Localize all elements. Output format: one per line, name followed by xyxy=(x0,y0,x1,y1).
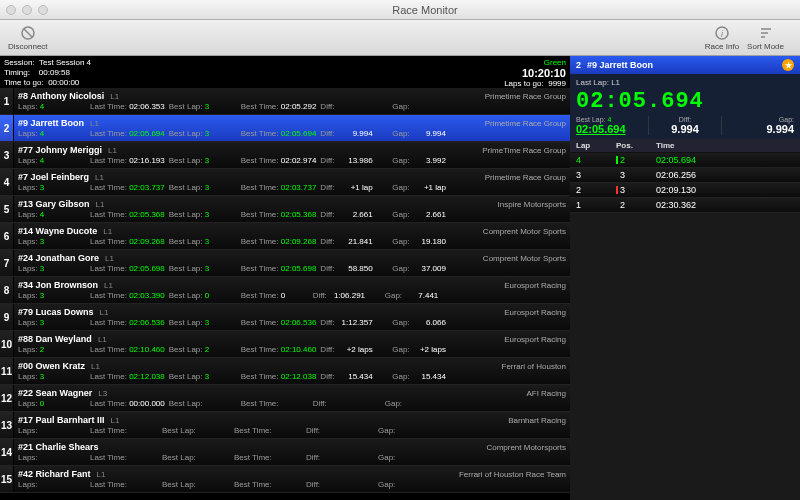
position-cell: 1 xyxy=(0,88,14,114)
standings-row[interactable]: 3#77 Johnny MeriggiL1PrimeTime Race Grou… xyxy=(0,142,570,169)
sort-mode-button[interactable]: Sort Mode xyxy=(747,25,784,51)
lap-table: 4202:05.6943302:06.2562302:09.1301202:30… xyxy=(570,153,800,213)
position-change-icon xyxy=(616,171,618,179)
position-change-icon xyxy=(616,186,618,194)
position-cell: 14 xyxy=(0,439,14,465)
team-name: Eurosport Racing xyxy=(107,335,566,344)
detail-header[interactable]: 2 #9 Jarrett Boon ★ xyxy=(570,56,800,74)
lap-row[interactable]: 2302:09.130 xyxy=(570,183,800,198)
position-cell: 5 xyxy=(0,196,14,222)
standings-row[interactable]: 13#17 Paul Barnhart IIIL1Barnhart Racing… xyxy=(0,412,570,439)
standings-row[interactable]: 4#7 Joel FeinbergL1Primetime Race GroupL… xyxy=(0,169,570,196)
position-cell: 4 xyxy=(0,169,14,195)
standings-row[interactable]: 7#24 Jonathan GoreL1Comprent Motor Sport… xyxy=(0,250,570,277)
lap-row[interactable]: 1202:30.362 xyxy=(570,198,800,213)
driver-name: #00 Owen Kratz xyxy=(18,361,85,371)
standings-list: 1#8 Anthony NicolosiL1Primetime Race Gro… xyxy=(0,88,570,500)
detail-big-time: 02:05.694 xyxy=(576,89,794,114)
team-name: AFI Racing xyxy=(107,389,566,398)
driver-name: #24 Jonathan Gore xyxy=(18,253,99,263)
standings-row[interactable]: 8#34 Jon BrownsonL1Eurosport RacingLaps:… xyxy=(0,277,570,304)
lap-row[interactable]: 3302:06.256 xyxy=(570,168,800,183)
team-name: Inspire Motorsports xyxy=(104,200,566,209)
driver-name: #88 Dan Weyland xyxy=(18,334,92,344)
detail-spacer xyxy=(570,213,800,500)
standings-row[interactable]: 6#14 Wayne DucoteL1Comprent Motor Sports… xyxy=(0,223,570,250)
position-cell: 6 xyxy=(0,223,14,249)
detail-driver: #9 Jarrett Boon xyxy=(587,60,653,70)
zoom-icon[interactable] xyxy=(38,5,48,15)
driver-name: #42 Richard Fant xyxy=(18,469,91,479)
close-icon[interactable] xyxy=(6,5,16,15)
team-name: Comprent Motorsports xyxy=(105,443,566,452)
sort-icon xyxy=(758,25,774,41)
position-cell: 2 xyxy=(0,115,14,141)
ttg-label: Time to go: xyxy=(4,78,44,87)
team-name: Primetime Race Group xyxy=(119,92,566,101)
position-change-icon xyxy=(616,156,618,164)
driver-name: #17 Paul Barnhart III xyxy=(18,415,105,425)
clock: 10:20:10 xyxy=(504,67,566,79)
detail-best-time: 02:05.694 xyxy=(576,123,648,135)
svg-line-1 xyxy=(24,29,32,37)
disconnect-button[interactable]: Disconnect xyxy=(8,25,48,51)
standings-row[interactable]: 11#00 Owen KratzL1Ferrari of HoustonLaps… xyxy=(0,358,570,385)
detail-panel: 2 #9 Jarrett Boon ★ Last Lap: L1 02:05.6… xyxy=(570,56,800,500)
disconnect-label: Disconnect xyxy=(8,42,48,51)
session-bar: Session: Test Session 4 Timing: 00:09:58… xyxy=(0,56,570,88)
driver-name: #34 Jon Brownson xyxy=(18,280,98,290)
driver-name: #8 Anthony Nicolosi xyxy=(18,91,104,101)
team-name: Comprent Motor Sports xyxy=(112,227,566,236)
sort-mode-label: Sort Mode xyxy=(747,42,784,51)
team-name: PrimeTime Race Group xyxy=(117,146,566,155)
team-name: Ferrari of Houston xyxy=(100,362,566,371)
lap-table-header: LapPos.Time xyxy=(570,139,800,153)
lap-row[interactable]: 4202:05.694 xyxy=(570,153,800,168)
standings-row[interactable]: 2#9 Jarrett BoonL1Primetime Race GroupLa… xyxy=(0,115,570,142)
team-name: Primetime Race Group xyxy=(104,173,566,182)
standings-row[interactable]: 9#79 Lucas DownsL1Eurosport RacingLaps: … xyxy=(0,304,570,331)
flag-status: Green xyxy=(504,58,566,67)
window-titlebar: Race Monitor xyxy=(0,0,800,20)
standings-row[interactable]: 1#8 Anthony NicolosiL1Primetime Race Gro… xyxy=(0,88,570,115)
timing-label: Timing: xyxy=(4,68,30,77)
app-title: Race Monitor xyxy=(56,4,794,16)
minimize-icon[interactable] xyxy=(22,5,32,15)
driver-name: #22 Sean Wagner xyxy=(18,388,92,398)
driver-name: #9 Jarrett Boon xyxy=(18,118,84,128)
standings-row[interactable]: 14#21 Charlie ShearsComprent Motorsports… xyxy=(0,439,570,466)
favorite-icon[interactable]: ★ xyxy=(782,59,794,71)
standings-row[interactable]: 10#88 Dan WeylandL1Eurosport RacingLaps:… xyxy=(0,331,570,358)
toolbar: Disconnect i Race Info Sort Mode xyxy=(0,20,800,56)
driver-name: #14 Wayne Ducote xyxy=(18,226,97,236)
race-info-button[interactable]: i Race Info xyxy=(705,25,739,51)
standings-row[interactable]: 5#13 Gary GibsonL1Inspire MotorsportsLap… xyxy=(0,196,570,223)
session-name: Test Session 4 xyxy=(39,58,91,67)
team-name: Ferrari of Houston Race Team xyxy=(105,470,566,479)
detail-gap: 9.994 xyxy=(722,123,794,135)
position-cell: 3 xyxy=(0,142,14,168)
position-cell: 8 xyxy=(0,277,14,303)
team-name: Eurosport Racing xyxy=(113,281,566,290)
timing-value: 00:09:58 xyxy=(39,68,70,77)
driver-name: #7 Joel Feinberg xyxy=(18,172,89,182)
standings-row[interactable]: 15#42 Richard FantL1Ferrari of Houston R… xyxy=(0,466,570,493)
laps-to-go-label: Laps to go: xyxy=(504,79,544,88)
svg-text:i: i xyxy=(721,29,724,39)
position-cell: 13 xyxy=(0,412,14,438)
standings-row[interactable]: 12#22 Sean WagnerL3AFI RacingLaps: 0Last… xyxy=(0,385,570,412)
info-icon: i xyxy=(714,25,730,41)
disconnect-icon xyxy=(20,25,36,41)
laps-to-go-value: 9999 xyxy=(548,79,566,88)
team-name: Eurosport Racing xyxy=(108,308,566,317)
position-cell: 10 xyxy=(0,331,14,357)
position-cell: 7 xyxy=(0,250,14,276)
session-label: Session: xyxy=(4,58,35,67)
position-cell: 11 xyxy=(0,358,14,384)
traffic-lights[interactable] xyxy=(6,5,48,15)
position-cell: 12 xyxy=(0,385,14,411)
driver-name: #13 Gary Gibson xyxy=(18,199,90,209)
ttg-value: 00:00:00 xyxy=(48,78,79,87)
team-name: Comprent Motor Sports xyxy=(114,254,566,263)
driver-name: #21 Charlie Shears xyxy=(18,442,99,452)
